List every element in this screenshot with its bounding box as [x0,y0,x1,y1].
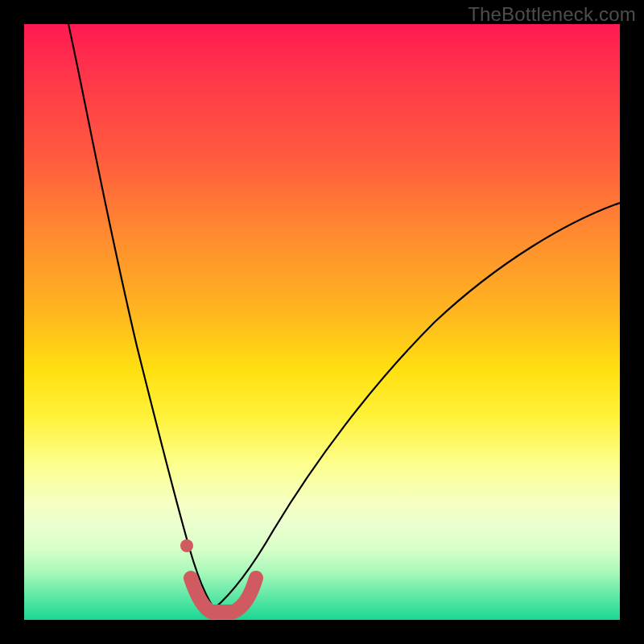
bottleneck-curve-left [68,24,214,609]
marker-dot [180,539,193,552]
plot-area [24,24,620,620]
bottleneck-curve-right [214,203,620,609]
outer-frame: TheBottleneck.com [0,0,644,644]
watermark-label: TheBottleneck.com [468,3,636,26]
chart-svg [24,24,620,620]
